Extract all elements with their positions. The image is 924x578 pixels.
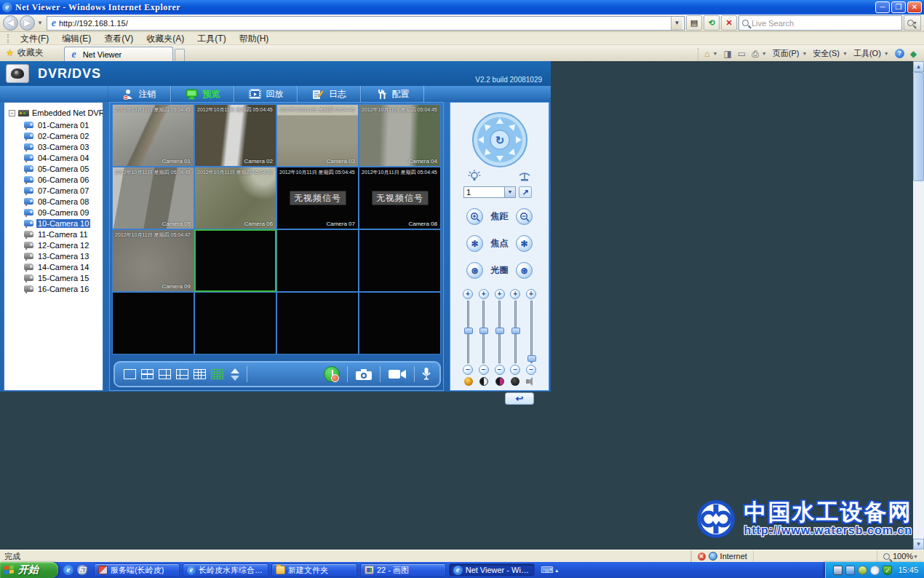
preset-dropdown-icon[interactable]: ▼ (504, 187, 515, 197)
keyboard-icon[interactable]: ⌨ (541, 565, 553, 575)
layout-1-button[interactable] (124, 369, 136, 379)
slider-plus-icon[interactable]: + (510, 289, 520, 299)
quick-launch-ie-icon[interactable]: e (63, 565, 73, 575)
slider-track[interactable] (482, 301, 485, 363)
snapshot-icon[interactable] (355, 368, 373, 381)
slider-plus-icon[interactable]: + (495, 289, 505, 299)
menu-v[interactable]: 查看(V) (97, 32, 140, 45)
video-cell-12[interactable] (359, 229, 441, 292)
page-down-icon[interactable] (231, 376, 239, 381)
tree-item-03[interactable]: 03-Camera 03 (4, 141, 103, 152)
close-button[interactable]: ✕ (907, 1, 922, 13)
print-icon[interactable]: ⎙ (752, 49, 759, 59)
page-menu-button[interactable]: 页面(P) (773, 48, 800, 59)
slider-track[interactable] (467, 301, 469, 363)
nav-config-button[interactable]: 配置 (361, 86, 424, 102)
tray-cloud-icon[interactable] (870, 566, 880, 575)
zoom-in-button[interactable] (466, 208, 483, 225)
video-cell-11[interactable] (276, 229, 359, 292)
zoom-level[interactable]: 100% (893, 552, 913, 561)
slider-plus-icon[interactable]: + (479, 289, 489, 299)
slider-thumb[interactable] (527, 355, 536, 362)
tree-collapse-icon[interactable]: − (9, 110, 15, 116)
tab-net-viewer[interactable]: e Net Viewer (64, 47, 173, 61)
tree-item-05[interactable]: 05-Camera 05 (4, 163, 103, 174)
security-menu-button[interactable]: 安全(S) (813, 48, 840, 59)
video-cell-9[interactable]: 2012年10月11日 星期四 05:04:47Camera 09 (112, 229, 194, 292)
page-up-icon[interactable] (231, 368, 239, 373)
home-icon[interactable]: ⌂ (704, 49, 709, 59)
back-button[interactable]: ◀ (3, 15, 18, 31)
contrast-slider[interactable]: +− (479, 289, 489, 375)
minimize-button[interactable]: ─ (875, 1, 890, 13)
slider-minus-icon[interactable]: − (463, 365, 473, 375)
tray-display-icon[interactable] (833, 566, 843, 575)
brightness-icon[interactable] (464, 377, 473, 386)
feeds-icon[interactable]: ◨ (723, 49, 731, 59)
tree-item-11[interactable]: 11-Camera 11 (4, 229, 103, 239)
slider-plus-icon[interactable]: + (526, 289, 536, 299)
restore-defaults-button[interactable]: ↩ (505, 392, 534, 405)
video-cell-1[interactable]: 2012年10月11日 星期四 05:04:45Camera 01 (112, 104, 194, 167)
slider-thumb[interactable] (464, 328, 473, 334)
scrollbar-thumb[interactable] (913, 72, 924, 181)
volume-icon[interactable] (526, 377, 535, 386)
focus-far-button[interactable]: ✻ (516, 235, 533, 252)
language-bar[interactable]: ⌨ ▴ (541, 565, 558, 575)
page-scrollbar[interactable]: ▲ ▼ (913, 61, 924, 550)
help-icon[interactable]: ? (895, 49, 904, 58)
search-placeholder[interactable]: Live Search (752, 19, 899, 28)
start-button[interactable]: 开始 (0, 562, 58, 578)
tree-item-09[interactable]: 09-Camera 09 (4, 207, 103, 218)
iris-close-button[interactable]: ⊛ (516, 262, 533, 279)
address-dropdown-button[interactable]: ▼ (671, 17, 682, 30)
menu-e[interactable]: 编辑(E) (55, 32, 97, 45)
tree-item-08[interactable]: 08-Camera 08 (4, 196, 103, 207)
saturation-slider[interactable]: +− (495, 289, 505, 375)
scroll-down-icon[interactable]: ▼ (913, 539, 924, 550)
layout-8-button[interactable] (176, 369, 188, 379)
refresh-button[interactable]: ⟲ (704, 15, 720, 31)
slider-thumb[interactable] (479, 328, 488, 334)
tree-item-15[interactable]: 15-Camera 15 (4, 272, 103, 283)
slider-track[interactable] (530, 301, 533, 363)
layout-6-button[interactable] (159, 369, 171, 379)
focus-near-button[interactable]: ✻ (466, 235, 483, 252)
quick-launch-desktop-icon[interactable]: ◱ (77, 565, 87, 575)
ptz-direction-wheel[interactable]: ↻ (471, 111, 528, 168)
address-url[interactable]: http://192.168.1.15/ (59, 19, 671, 28)
slider-minus-icon[interactable]: − (526, 365, 536, 375)
task-button[interactable]: eNet Viewer - Win... (449, 563, 535, 577)
layout-4-button[interactable] (141, 369, 154, 379)
nav-log-button[interactable]: 日志 (298, 86, 361, 102)
tree-item-10[interactable]: 10-Camera 10 (4, 218, 103, 229)
iris-open-button[interactable]: ⊛ (466, 262, 483, 279)
video-cell-4[interactable]: 2012年10月11日 星期四 05:04:45Camera 04 (359, 104, 441, 167)
saturation-icon[interactable] (495, 377, 504, 386)
forward-button[interactable]: ▶ (20, 15, 35, 31)
talk-mic-icon[interactable] (422, 368, 431, 381)
slider-plus-icon[interactable]: + (463, 289, 473, 299)
stop-button[interactable]: ✕ (721, 15, 737, 31)
scroll-up-icon[interactable]: ▲ (913, 61, 924, 72)
clock[interactable]: 15:45 (898, 566, 918, 574)
restore-button[interactable]: ❐ (891, 1, 906, 13)
tree-item-04[interactable]: 04-Camera 04 (4, 152, 103, 163)
tree-item-02[interactable]: 02-Camera 02 (4, 130, 103, 141)
tools-menu-button[interactable]: 工具(O) (853, 48, 881, 59)
menu-t[interactable]: 工具(T) (191, 32, 232, 45)
slider-track[interactable] (498, 301, 501, 363)
record-icon[interactable] (388, 369, 407, 379)
zoom-dropdown-icon[interactable]: ▼ (913, 554, 918, 559)
preset-select[interactable]: 1 ▼ (463, 186, 516, 198)
preset-go-button[interactable]: ↗ (519, 186, 532, 198)
search-box[interactable]: Live Search (738, 15, 902, 31)
slider-minus-icon[interactable]: − (510, 365, 520, 375)
task-button[interactable]: 服务端(长岭皮) (94, 563, 180, 577)
task-button[interactable]: e长岭皮水库综合管... (183, 563, 268, 577)
new-tab-button[interactable] (175, 49, 185, 61)
menu-f[interactable]: 文件(F) (14, 32, 55, 45)
task-button[interactable]: 22 - 画图 (360, 563, 446, 577)
video-cell-15[interactable] (276, 292, 359, 355)
nav-preview-button[interactable]: 预览 (171, 86, 234, 102)
